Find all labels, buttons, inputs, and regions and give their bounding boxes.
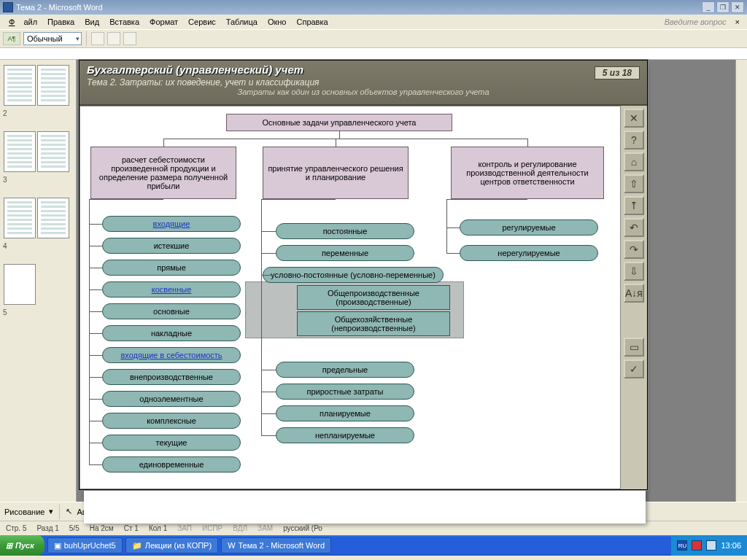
select-arrow-icon[interactable]: ↖ xyxy=(66,507,72,516)
course-section: Затраты как один из основных объектов уп… xyxy=(87,88,640,96)
nav-down-button[interactable]: ⇩ xyxy=(624,262,644,281)
word-icon: W xyxy=(228,541,235,550)
diagram-item: переменные xyxy=(276,245,414,261)
diagram-subitem: Общехозяйственные (непроизводственные) xyxy=(297,311,450,336)
course-subtitle: Тема 2. Затраты: их поведение, учет и кл… xyxy=(87,77,640,88)
course-body: Основные задачи управленческого учета ра… xyxy=(80,106,621,489)
diagram-item: внепроизводственные xyxy=(102,369,241,385)
status-trk: ИСПР xyxy=(202,524,222,532)
thumb-number: 3 xyxy=(3,176,73,184)
diagram-item: постоянные xyxy=(276,223,414,239)
nav-up-button[interactable]: ⇧ xyxy=(624,174,644,193)
status-page: Стр. 5 xyxy=(6,524,26,532)
menu-service[interactable]: Сервис xyxy=(184,16,220,28)
page-indicator: 5 из 18 xyxy=(595,66,640,79)
folder-icon: 📁 xyxy=(132,541,142,551)
styles-pane-icon[interactable]: A¶ xyxy=(3,32,20,45)
nav-top-button[interactable]: ⤒ xyxy=(624,196,644,215)
diagram-item: одноэлементные xyxy=(102,391,241,407)
diagram-item: накладные xyxy=(102,325,241,341)
diagram-item: текущие xyxy=(102,435,241,451)
nav-close-button[interactable]: ✕ xyxy=(624,109,644,128)
app-icon: ▣ xyxy=(54,541,61,551)
page-thumb[interactable] xyxy=(4,198,36,238)
course-window: Бухгалтерский (управленческий) учет Тема… xyxy=(79,60,648,490)
menu-help[interactable]: Справка xyxy=(292,16,332,28)
page-thumb[interactable] xyxy=(37,131,69,172)
menu-doc-close[interactable]: × xyxy=(732,18,743,26)
nav-note-button[interactable]: ▭ xyxy=(624,338,644,357)
tray-icon[interactable] xyxy=(692,540,702,551)
diagram-item: условно-постоянные (условно-переменные) xyxy=(263,267,444,283)
drawing-menu[interactable]: Рисование xyxy=(4,508,44,516)
page-thumb[interactable] xyxy=(4,131,36,172)
toolbar-button[interactable] xyxy=(123,32,136,45)
format-toolbar: A¶ Обычный xyxy=(0,29,747,48)
word-icon xyxy=(3,2,13,12)
menu-table[interactable]: Таблица xyxy=(222,16,262,28)
diagram-item: прямые xyxy=(102,260,241,276)
vertical-scrollbar[interactable] xyxy=(735,60,747,502)
diagram-item: основные xyxy=(102,303,241,319)
diagram-subitem: Общепроизводственные (производственные) xyxy=(297,285,450,310)
thumb-number: 4 xyxy=(3,242,73,250)
status-ext: ВДЛ xyxy=(233,524,247,532)
nav-sort-button[interactable]: А↓я xyxy=(624,284,644,303)
status-lang: русский (Ро xyxy=(283,524,322,532)
page-thumb[interactable] xyxy=(37,65,69,106)
diagram-branch-3: контроль и регулирование производственно… xyxy=(451,147,604,199)
minimize-button[interactable]: _ xyxy=(702,1,715,13)
taskbar: ⊞ Пуск ▣buhUprUchet5 📁Лекции (из КОПР) W… xyxy=(0,535,747,556)
status-rec: ЗАП xyxy=(177,524,192,532)
diagram-branch-2: принятие управленческого решения и плани… xyxy=(263,147,409,199)
nav-forward-button[interactable]: ↷ xyxy=(624,240,644,259)
status-col: Кол 1 xyxy=(149,524,167,532)
menu-edit[interactable]: Правка xyxy=(43,16,79,28)
menu-insert[interactable]: Вставка xyxy=(105,16,144,28)
titlebar: Тема 2 - Microsoft Word _ ❐ ✕ xyxy=(0,0,747,15)
status-line: Ст 1 xyxy=(124,524,139,532)
task-button[interactable]: ▣buhUprUchet5 xyxy=(47,537,123,553)
thumbnail-panel[interactable]: 2 3 4 5 xyxy=(0,60,77,502)
diagram-item: планируемые xyxy=(276,405,414,421)
style-selector[interactable]: Обычный xyxy=(23,32,82,45)
diagram-item: единовременные xyxy=(102,456,241,472)
menu-format[interactable]: Формат xyxy=(145,16,182,28)
menu-view[interactable]: Вид xyxy=(80,16,104,28)
tray-icon[interactable] xyxy=(706,540,716,551)
ask-question[interactable]: Введите вопрос xyxy=(660,16,731,28)
task-button[interactable]: WТема 2 - Microsoft Word xyxy=(221,537,331,553)
diagram-item[interactable]: косвенные xyxy=(102,281,241,298)
page-thumb[interactable] xyxy=(4,65,36,106)
diagram-item[interactable]: входящие xyxy=(102,216,241,232)
menubar: Файл Правка Вид Вставка Формат Сервис Та… xyxy=(0,15,747,29)
diagram-root: Основные задачи управленческого учета xyxy=(226,114,452,131)
menu-window[interactable]: Окно xyxy=(263,16,291,28)
systray[interactable]: RU 13:06 xyxy=(671,535,747,556)
start-button[interactable]: ⊞ Пуск xyxy=(0,535,44,556)
task-button[interactable]: 📁Лекции (из КОПР) xyxy=(125,537,218,553)
close-button[interactable]: ✕ xyxy=(731,1,744,13)
diagram-item[interactable]: входящие в себестоимость xyxy=(102,347,241,363)
diagram-item: непланируемые xyxy=(276,427,414,443)
nav-home-button[interactable]: ⌂ xyxy=(624,152,644,171)
course-title: Бухгалтерский (управленческий) учет xyxy=(87,63,640,76)
toolbar-button[interactable] xyxy=(91,32,104,45)
page-thumb[interactable] xyxy=(37,198,69,238)
course-nav: ✕ ? ⌂ ⇧ ⤒ ↶ ↷ ⇩ А↓я ▭ ✓ xyxy=(621,106,647,489)
diagram-item: истекшие xyxy=(102,238,241,254)
restore-button[interactable]: ❐ xyxy=(716,1,729,13)
nav-check-button[interactable]: ✓ xyxy=(624,359,644,378)
ruler[interactable] xyxy=(0,48,747,60)
diagram-branch-1: расчет себестоимости произведенной проду… xyxy=(90,147,236,199)
page-thumb[interactable] xyxy=(4,264,36,305)
nav-help-button[interactable]: ? xyxy=(624,131,644,149)
status-ovr: ЗАМ xyxy=(258,524,273,532)
document-area: 2 3 4 5 Бухгалтерский (управленческий) у… xyxy=(0,60,747,502)
diagram-item: комплексные xyxy=(102,413,241,429)
lang-indicator[interactable]: RU xyxy=(677,540,687,551)
menu-file[interactable]: Файл xyxy=(4,16,42,28)
nav-back-button[interactable]: ↶ xyxy=(624,218,644,237)
toolbar-button[interactable] xyxy=(107,32,120,45)
window-title: Тема 2 - Microsoft Word xyxy=(16,3,103,12)
